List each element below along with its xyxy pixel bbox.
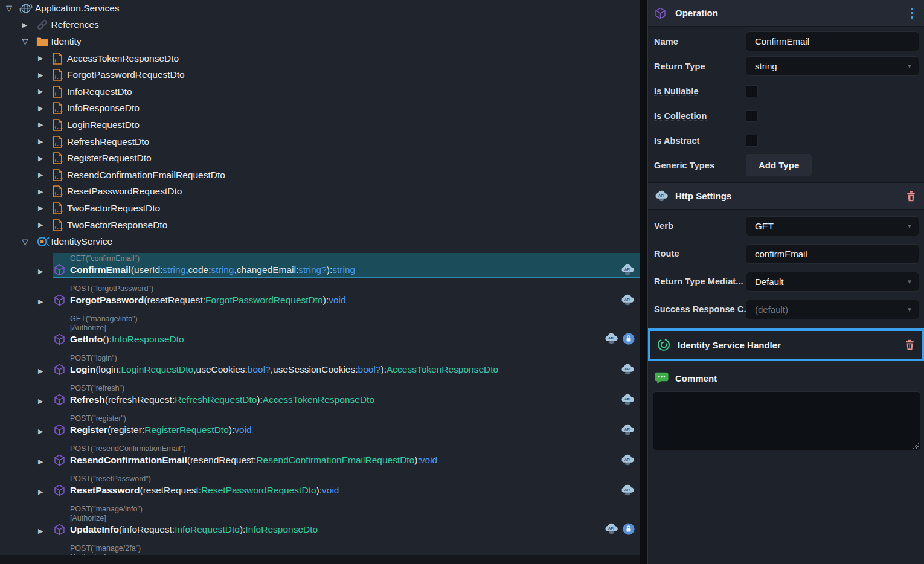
comment-textarea-wrap — [653, 391, 920, 450]
expander-closed-icon[interactable]: ▶ — [38, 188, 51, 196]
expander-closed-icon[interactable]: ▶ — [38, 138, 51, 146]
tree-item-inforequestdto[interactable]: ▶{...}InfoRequestDto — [0, 83, 640, 100]
route-row: Route — [648, 240, 924, 268]
service-icon — [36, 235, 51, 248]
operation-body[interactable]: POST("manage/info")[Authorize]UpdateInfo… — [53, 504, 640, 537]
expander-closed-icon[interactable]: ▶ — [38, 71, 51, 79]
success-response-code-select[interactable]: (default) ▼ — [746, 300, 919, 319]
tree-item-identity[interactable]: ▽Identity — [0, 33, 640, 50]
expander-closed-icon[interactable]: ▶ — [38, 488, 53, 498]
expander-closed-icon[interactable]: ▶ — [38, 104, 51, 112]
expander-closed-icon[interactable]: ▶ — [38, 458, 53, 468]
is-abstract-row: Is Abstract — [648, 128, 924, 153]
operation-row-login[interactable]: ▶POST("login")Login(login: LoginRequestD… — [0, 353, 640, 377]
operation-body[interactable]: POST("resetPassword")ResetPassword(reset… — [53, 473, 640, 498]
tree-item-label: ResetPasswordRequestDto — [67, 186, 182, 197]
parameter-type: RefreshRequestDto — [175, 393, 257, 406]
tree-item-twofactorresponsedto[interactable]: ▶{...}TwoFactorResponseDto — [0, 217, 640, 234]
tree-item-twofactorrequestdto[interactable]: ▶{...}TwoFactorRequestDto — [0, 200, 640, 217]
is-collection-checkbox[interactable] — [746, 110, 758, 122]
is-nullable-row: Is Nullable — [648, 79, 924, 103]
stereotype-annotation: POST("forgotPassword") — [70, 284, 640, 293]
is-abstract-checkbox[interactable] — [746, 135, 758, 147]
resize-grip-icon[interactable] — [912, 442, 919, 449]
expander-open-icon[interactable]: ▽ — [22, 237, 36, 246]
name-input[interactable] — [746, 31, 919, 51]
api-icon: API — [654, 190, 670, 202]
tree-item-label: Identity — [51, 36, 82, 47]
tree-item-references[interactable]: ▶References — [0, 17, 640, 34]
tree-item-accesstokenresponsedto[interactable]: ▶{...}AccessTokenResponseDto — [0, 50, 640, 67]
operation-row-refresh[interactable]: ▶POST("refresh")Refresh(refreshRequest: … — [0, 383, 640, 408]
return-type: AccessTokenResponseDto — [263, 393, 374, 406]
tree-item-resetpasswordrequestdto[interactable]: ▶{...}ResetPasswordRequestDto — [0, 184, 640, 200]
expander-closed-icon[interactable]: ▶ — [22, 21, 36, 29]
tree-item-refreshrequestdto[interactable]: ▶{...}RefreshRequestDto — [0, 133, 640, 150]
operation-row-resetpassword[interactable]: ▶POST("resetPassword")ResetPassword(rese… — [0, 473, 640, 498]
expander-closed-icon[interactable]: ▶ — [38, 54, 51, 62]
api-icon: API — [604, 332, 619, 345]
operation-body[interactable]: POST("register")Register(register: Regis… — [53, 413, 640, 438]
panel-divider[interactable] — [640, 0, 647, 564]
expander-closed-icon[interactable]: ▶ — [38, 204, 51, 212]
tree-item-registerrequestdto[interactable]: ▶{...}RegisterRequestDto — [0, 150, 640, 167]
tree-item-label: RegisterRequestDto — [67, 153, 152, 164]
tree-item-loginrequestdto[interactable]: ▶{...}LoginRequestDto — [0, 117, 640, 133]
operation-body[interactable]: POST("refresh")Refresh(refreshRequest: R… — [53, 383, 640, 408]
expander-closed-icon[interactable]: ▶ — [38, 88, 51, 95]
expander-closed-icon[interactable]: ▶ — [38, 527, 53, 537]
operation-body[interactable]: POST("forgotPassword")ForgotPassword(res… — [53, 283, 640, 308]
tree-item-resendconfirmationemailrequestdto[interactable]: ▶{...}ResendConfirmationEmailRequestDto — [0, 167, 640, 184]
operation-row-getinfo[interactable]: GET("manage/info")[Authorize]GetInfo(): … — [0, 313, 640, 347]
expander-closed-icon[interactable]: ▶ — [38, 367, 53, 377]
return-type-mediation-label: Return Type Mediat... — [654, 277, 746, 286]
return-type-select[interactable]: string ▼ — [746, 56, 919, 76]
expander-closed-icon[interactable]: ▶ — [38, 171, 51, 179]
generic-types-label: Generic Types — [654, 161, 746, 170]
operation-row-confirmemail[interactable]: ▶GET("confirmEmail")ConfirmEmail(userId:… — [0, 253, 640, 278]
delete-handler-button[interactable] — [904, 339, 916, 351]
operation-row-resendconfirmationemail[interactable]: ▶POST("resendConfirmationEmail")ResendCo… — [0, 443, 640, 468]
expander-closed-icon[interactable]: ▶ — [38, 268, 53, 278]
expander-closed-icon[interactable]: ▶ — [38, 397, 53, 408]
svg-text:{...}: {...} — [54, 59, 63, 63]
operation-cube-icon — [53, 363, 66, 376]
expander-closed-icon[interactable]: ▶ — [38, 428, 53, 438]
dto-icon: {...} — [51, 85, 67, 98]
add-type-button[interactable]: Add Type — [746, 154, 812, 176]
parameter-type: ResetPasswordRequestDto — [201, 484, 316, 497]
kebab-menu-icon[interactable] — [907, 5, 917, 21]
route-input[interactable] — [746, 244, 919, 264]
expander-closed-icon[interactable]: ▶ — [38, 221, 51, 229]
tree-item-label: TwoFactorRequestDto — [67, 203, 160, 214]
tree-item-forgotpasswordrequestdto[interactable]: ▶{...}ForgotPasswordRequestDto — [0, 66, 640, 83]
dto-icon: {...} — [51, 68, 67, 82]
operation-row-updateinfo[interactable]: ▶POST("manage/info")[Authorize]UpdateInf… — [0, 504, 640, 537]
return-type-mediation-select[interactable]: Default ▼ — [746, 272, 919, 292]
svg-text:{...}: {...} — [54, 192, 63, 197]
tree-item-inforesponsedto[interactable]: ▶{...}InfoResponseDto — [0, 100, 640, 117]
operation-badges: API — [620, 423, 635, 436]
operation-row-register[interactable]: ▶POST("register")Register(register: Regi… — [0, 413, 640, 438]
tree-item-identityservice[interactable]: ▽IdentityService — [0, 233, 640, 250]
comment-title: Comment — [675, 373, 917, 383]
is-nullable-checkbox[interactable] — [746, 85, 758, 97]
operation-body[interactable]: GET("manage/info")[Authorize]GetInfo(): … — [53, 313, 640, 347]
delete-http-settings-button[interactable] — [905, 190, 917, 202]
operation-row-forgotpassword[interactable]: ▶POST("forgotPassword")ForgotPassword(re… — [0, 283, 640, 308]
svg-text:{...}: {...} — [54, 92, 63, 97]
expander-closed-icon[interactable]: ▶ — [38, 121, 51, 129]
expander-closed-icon[interactable]: ▶ — [38, 298, 53, 308]
operation-body-selected[interactable]: GET("confirmEmail")ConfirmEmail(userId: … — [53, 253, 640, 278]
operation-body[interactable]: POST("resendConfirmationEmail")ResendCon… — [53, 443, 640, 468]
identity-service-handler-section[interactable]: Identity Service Handler — [648, 328, 924, 361]
expander-open-icon[interactable]: ▽ — [6, 4, 19, 13]
expander-closed-icon[interactable]: ▶ — [38, 155, 51, 162]
expander-open-icon[interactable]: ▽ — [22, 37, 36, 46]
operation-name: GetInfo — [70, 333, 103, 346]
comment-textarea[interactable] — [653, 391, 920, 450]
verb-select[interactable]: GET ▼ — [746, 216, 919, 236]
tree-item-application-services[interactable]: ▽Application.Services — [0, 0, 640, 17]
operation-body[interactable]: POST("login")Login(login: LoginRequestDt… — [53, 353, 640, 377]
operation-fields: Name Return Type string ▼ Is Nullable — [648, 27, 924, 183]
